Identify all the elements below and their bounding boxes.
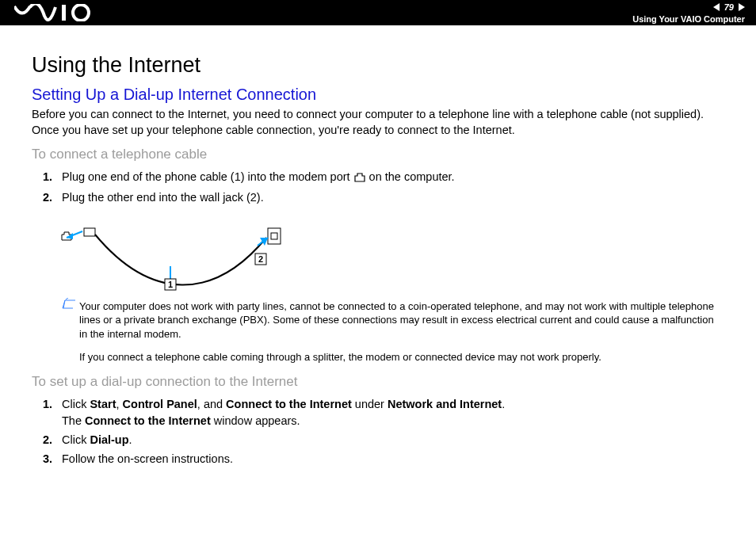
header-bar: 79 Using Your VAIO Computer <box>0 0 756 25</box>
step-1: Plug one end of the phone cable (1) into… <box>55 169 724 187</box>
step-b2-t1: Click <box>62 433 90 446</box>
step-b1-l2b1: Connect to the Internet <box>85 414 211 427</box>
note-block: Your computer does not work with party l… <box>79 299 724 364</box>
step-b1-l2t1: The <box>62 414 85 427</box>
step-b1-t1: Click <box>62 398 90 410</box>
page-body: Using the Internet Setting Up a Dial-up … <box>0 25 756 467</box>
intro-paragraph: Before you can connect to the Internet, … <box>32 107 724 138</box>
note-icon <box>62 298 76 312</box>
section-heading: Setting Up a Dial-up Internet Connection <box>32 86 724 104</box>
figure-label-1: 1 <box>168 280 173 289</box>
step-b1-t4: under <box>352 398 388 410</box>
steps-dialup-setup: Click Start, Control Panel, and Connect … <box>32 396 724 467</box>
page-nav: 79 <box>713 2 745 13</box>
step-b1: Click Start, Control Panel, and Connect … <box>55 396 724 429</box>
modem-port-icon <box>354 170 365 187</box>
page-title: Using the Internet <box>32 52 724 78</box>
step-b1-l2t2: window appears. <box>211 414 300 427</box>
next-page-icon[interactable] <box>739 3 745 11</box>
vaio-logo <box>14 4 101 21</box>
prev-page-icon[interactable] <box>713 3 720 11</box>
step-b3-text: Follow the on-screen instructions. <box>62 452 233 465</box>
step-b1-b1: Start <box>90 398 116 410</box>
svg-point-1 <box>73 5 89 21</box>
step-2-text: Plug the other end into the wall jack (2… <box>62 191 264 204</box>
svg-rect-0 <box>62 5 66 21</box>
svg-marker-5 <box>67 233 73 239</box>
cable-diagram: 1 2 <box>55 214 293 293</box>
step-b1-t2: , <box>116 398 123 410</box>
step-b3: Follow the on-screen instructions. <box>55 451 724 467</box>
figure-label-2: 2 <box>258 254 263 264</box>
page-number: 79 <box>724 2 734 13</box>
subheading-dialup-setup: To set up a dial-up connection to the In… <box>32 374 724 390</box>
svg-rect-3 <box>271 233 277 239</box>
subheading-connect-cable: To connect a telephone cable <box>32 147 724 162</box>
step-1-text-pre: Plug one end of the phone cable (1) into… <box>62 170 353 183</box>
note-2: If you connect a telephone cable coming … <box>79 350 724 364</box>
step-b2-t2: . <box>129 433 132 446</box>
step-b1-b3: Connect to the Internet <box>226 398 352 410</box>
svg-rect-2 <box>268 228 281 244</box>
note-1: Your computer does not work with party l… <box>79 299 724 341</box>
step-b1-t5: . <box>502 398 505 410</box>
step-b1-b2: Control Panel <box>123 398 197 410</box>
step-b2-b1: Dial-up <box>90 433 128 446</box>
svg-rect-4 <box>84 228 95 236</box>
step-1-text-post: on the computer. <box>369 170 455 183</box>
step-2: Plug the other end into the wall jack (2… <box>55 189 724 206</box>
header-section-title: Using Your VAIO Computer <box>632 14 745 24</box>
step-b1-b4: Network and Internet <box>388 398 502 410</box>
step-b2: Click Dial-up. <box>55 432 724 448</box>
steps-connect-cable: Plug one end of the phone cable (1) into… <box>32 169 724 206</box>
step-b1-t3: , and <box>197 398 226 410</box>
